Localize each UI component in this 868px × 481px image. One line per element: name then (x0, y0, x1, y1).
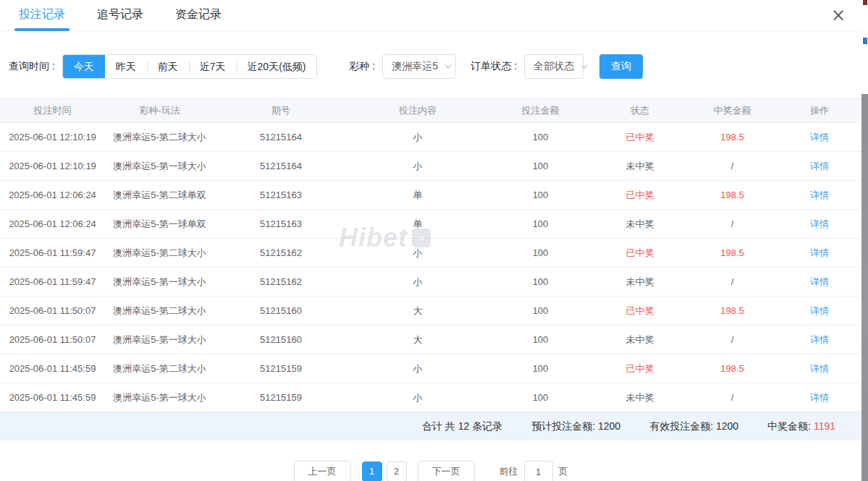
col-bet-time: 投注时间 (0, 98, 105, 123)
tab-chase-records[interactable]: 追号记录 (97, 0, 143, 31)
cell-amount: 100 (488, 325, 593, 354)
cell-content: 小 (347, 383, 488, 412)
goto-page-input[interactable] (524, 461, 553, 481)
time-range-group: 今天 昨天 前天 近7天 近20天(低频) (62, 54, 318, 79)
table-body: 2025-06-01 12:10:19澳洲幸运5-第二球大小51215164小1… (0, 123, 861, 412)
cell-status: 未中奖 (593, 268, 687, 297)
cell-issue: 51215160 (214, 297, 347, 325)
col-action: 操作 (778, 98, 861, 123)
cell-time: 2025-06-01 12:06:24 (0, 210, 105, 239)
cell-issue: 51215163 (214, 210, 347, 239)
pagination: 上一页 1 2 下一页 前往 页 (0, 461, 861, 481)
cell-action[interactable]: 详情 (778, 383, 861, 412)
lottery-type-label: 彩种 : (349, 60, 375, 73)
page-number-2[interactable]: 2 (387, 461, 407, 481)
cell-issue: 51215164 (214, 152, 347, 181)
time-option-yesterday[interactable]: 昨天 (105, 55, 147, 78)
cell-content: 单 (347, 210, 488, 239)
cell-amount: 100 (488, 152, 593, 181)
table-row: 2025-06-01 11:45:59澳洲幸运5-第二球大小51215159小1… (0, 354, 861, 383)
goto-page-label: 前往 (500, 465, 518, 478)
cell-amount: 100 (488, 383, 593, 412)
filter-bar: 查询时间 : 今天 昨天 前天 近7天 近20天(低频) 彩种 : 澳洲幸运5 … (9, 54, 861, 79)
cell-action[interactable]: 详情 (778, 268, 861, 297)
cell-action[interactable]: 详情 (778, 152, 861, 181)
cell-content: 大 (347, 297, 488, 325)
cell-time: 2025-06-01 11:45:59 (0, 354, 105, 383)
cell-issue: 51215159 (214, 383, 347, 412)
page-number-1[interactable]: 1 (362, 461, 382, 481)
cell-amount: 100 (488, 181, 593, 210)
table-row: 2025-06-01 11:59:47澳洲幸运5-第二球大小51215162小1… (0, 239, 861, 268)
cell-issue: 51215163 (214, 181, 347, 210)
cell-time: 2025-06-01 11:50:07 (0, 325, 105, 354)
cell-win: 198.5 (687, 297, 778, 325)
cell-content: 小 (347, 123, 488, 152)
cell-status: 未中奖 (593, 210, 687, 239)
tab-betting-records[interactable]: 投注记录 (19, 0, 65, 31)
query-time-label: 查询时间 : (9, 60, 55, 73)
tab-fund-records[interactable]: 资金记录 (175, 0, 222, 31)
table-header: 投注时间 彩种-玩法 期号 投注内容 投注金额 状态 中奖金额 操作 (0, 98, 861, 123)
col-win-amount: 中奖金额 (687, 98, 778, 123)
cell-action[interactable]: 详情 (778, 325, 861, 354)
page-suffix-label: 页 (559, 465, 568, 478)
cell-time: 2025-06-01 11:59:47 (0, 268, 105, 297)
cell-issue: 51215164 (214, 123, 347, 152)
order-status-select[interactable]: 全部状态 (524, 54, 583, 79)
table-row: 2025-06-01 11:50:07澳洲幸运5-第二球大小51215160大1… (0, 297, 861, 325)
cell-game: 澳洲幸运5-第一球大小 (105, 325, 214, 354)
cell-amount: 100 (488, 268, 593, 297)
cell-action[interactable]: 详情 (778, 123, 861, 152)
cell-game: 澳洲幸运5-第一球大小 (105, 268, 214, 297)
summary-total-records: 合计 共 12 条记录 (422, 420, 502, 433)
cell-status: 未中奖 (593, 152, 687, 181)
cell-time: 2025-06-01 11:59:47 (0, 239, 105, 268)
cell-game: 澳洲幸运5-第一球大小 (105, 152, 214, 181)
time-option-today[interactable]: 今天 (63, 55, 105, 78)
lottery-select-value: 澳洲幸运5 (392, 60, 438, 73)
cell-action[interactable]: 详情 (778, 354, 861, 383)
cell-game: 澳洲幸运5-第二球大小 (105, 123, 214, 152)
cell-action[interactable]: 详情 (778, 210, 861, 239)
cell-amount: 100 (488, 354, 593, 383)
cell-action[interactable]: 详情 (778, 297, 861, 325)
cell-action[interactable]: 详情 (778, 181, 861, 210)
col-bet-amount: 投注金额 (488, 98, 593, 123)
cell-win: / (687, 383, 778, 412)
table-row: 2025-06-01 11:59:47澳洲幸运5-第一球大小51215162小1… (0, 268, 861, 297)
cell-game: 澳洲幸运5-第一球大小 (105, 383, 214, 412)
cell-amount: 100 (488, 210, 593, 239)
time-option-20days[interactable]: 近20天(低频) (237, 55, 317, 78)
background-scrollbar-strip (861, 94, 868, 481)
cell-win: 198.5 (687, 181, 778, 210)
cell-game: 澳洲幸运5-第二球单双 (105, 181, 214, 210)
close-icon[interactable]: × (831, 7, 846, 24)
background-fragment (863, 38, 867, 44)
prev-page-button[interactable]: 上一页 (294, 461, 351, 481)
search-button[interactable]: 查询 (599, 54, 643, 79)
cell-action[interactable]: 详情 (778, 239, 861, 268)
cell-status: 已中奖 (593, 239, 687, 268)
cell-game: 澳洲幸运5-第二球大小 (105, 297, 214, 325)
cell-amount: 100 (488, 297, 593, 325)
table-row: 2025-06-01 12:10:19澳洲幸运5-第二球大小51215164小1… (0, 123, 861, 152)
cell-content: 小 (347, 239, 488, 268)
cell-time: 2025-06-01 11:50:07 (0, 297, 105, 325)
order-status-select-value: 全部状态 (534, 60, 574, 73)
summary-win-amount: 中奖金额: 1191 (767, 420, 835, 433)
chevron-down-icon (580, 62, 589, 71)
cell-win: / (687, 210, 778, 239)
time-option-7days[interactable]: 近7天 (189, 55, 237, 78)
cell-content: 大 (347, 325, 488, 354)
lottery-select[interactable]: 澳洲幸运5 (382, 54, 456, 79)
records-table: 投注时间 彩种-玩法 期号 投注内容 投注金额 状态 中奖金额 操作 2025-… (0, 98, 861, 412)
cell-status: 已中奖 (593, 354, 687, 383)
cell-amount: 100 (488, 239, 593, 268)
time-option-day-before[interactable]: 前天 (147, 55, 189, 78)
cell-win: 198.5 (687, 239, 778, 268)
table-row: 2025-06-01 11:50:07澳洲幸运5-第一球大小51215160大1… (0, 325, 861, 354)
next-page-button[interactable]: 下一页 (418, 461, 475, 481)
table-row: 2025-06-01 11:45:59澳洲幸运5-第一球大小51215159小1… (0, 383, 861, 412)
cell-issue: 51215162 (214, 268, 347, 297)
